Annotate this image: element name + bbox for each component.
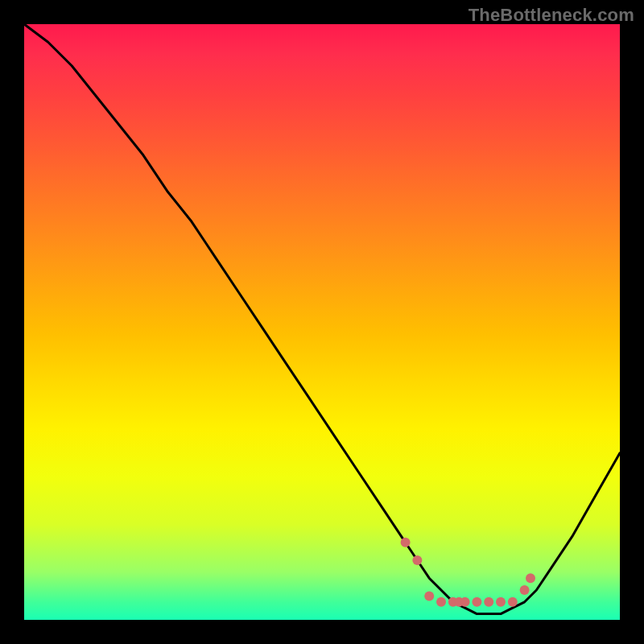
marker-dot xyxy=(401,538,411,547)
plot-area xyxy=(24,24,620,620)
bottleneck-curve xyxy=(24,24,620,614)
marker-dot xyxy=(520,585,530,595)
bottleneck-markers xyxy=(401,538,535,607)
marker-dot xyxy=(526,573,535,583)
marker-dot xyxy=(460,597,470,607)
marker-dot xyxy=(472,597,481,607)
marker-dot xyxy=(508,597,518,607)
marker-dot xyxy=(412,555,422,565)
chart-overlay xyxy=(24,24,620,620)
chart-frame: TheBottleneck.com xyxy=(0,0,644,644)
marker-dot xyxy=(484,597,493,607)
marker-dot xyxy=(436,597,446,607)
marker-dot xyxy=(496,597,506,607)
watermark-text: TheBottleneck.com xyxy=(469,5,634,26)
marker-dot xyxy=(424,591,434,601)
